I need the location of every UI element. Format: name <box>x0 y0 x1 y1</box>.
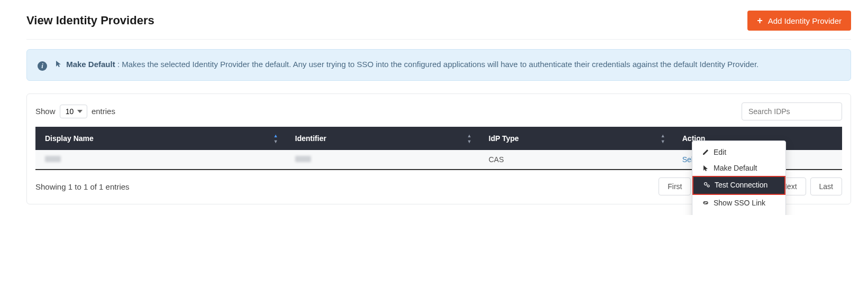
dropdown-edit[interactable]: Edit <box>692 144 785 160</box>
info-description: : Makes the selected Identity Provider t… <box>117 60 759 69</box>
page-last-button[interactable]: Last <box>810 177 842 195</box>
cursor-icon <box>56 59 62 71</box>
add-identity-provider-button[interactable]: + Add Identity Provider <box>747 11 851 31</box>
cell-identifier <box>286 150 479 170</box>
col-display-name[interactable]: Display Name ▲▼ <box>35 127 286 150</box>
info-label: Make Default <box>66 60 115 69</box>
page-header: View Identity Providers + Add Identity P… <box>26 11 851 40</box>
dropdown-delete[interactable]: Delete <box>692 211 785 215</box>
idp-table-card: Show 10 entries Display Name ▲▼ Identifi… <box>26 93 851 204</box>
dropdown-test-connection[interactable]: Test Connection <box>692 176 785 195</box>
show-suffix: entries <box>92 107 115 116</box>
search-input[interactable] <box>742 102 842 120</box>
info-icon: i <box>38 61 47 71</box>
col-idp-type[interactable]: IdP Type ▲▼ <box>479 127 673 150</box>
col-identifier[interactable]: Identifier ▲▼ <box>286 127 479 150</box>
gears-icon <box>703 182 710 188</box>
add-button-label: Add Identity Provider <box>768 16 842 25</box>
edit-icon <box>702 149 709 155</box>
entries-select[interactable]: 10 <box>60 105 87 118</box>
entries-control: Show 10 entries <box>35 105 115 118</box>
info-callout: i Make Default : Makes the selected Iden… <box>26 49 851 81</box>
link-icon <box>702 200 709 206</box>
page-first-button[interactable]: First <box>659 177 691 195</box>
cursor-icon <box>702 165 709 171</box>
svg-point-0 <box>705 183 707 185</box>
redacted-text <box>45 156 61 162</box>
dropdown-show-sso-link[interactable]: Show SSO Link <box>692 195 785 211</box>
cell-idp-type: CAS <box>479 150 673 170</box>
table-info-text: Showing 1 to 1 of 1 entries <box>35 182 130 191</box>
dropdown-make-default[interactable]: Make Default <box>692 160 785 176</box>
cell-display-name <box>35 150 286 170</box>
svg-point-1 <box>707 185 709 187</box>
show-prefix: Show <box>35 107 56 116</box>
redacted-text <box>295 156 311 162</box>
plus-icon: + <box>757 16 763 25</box>
action-dropdown-menu: Edit Make Default Test Connection Show S… <box>692 140 786 215</box>
page-title: View Identity Providers <box>26 14 154 27</box>
